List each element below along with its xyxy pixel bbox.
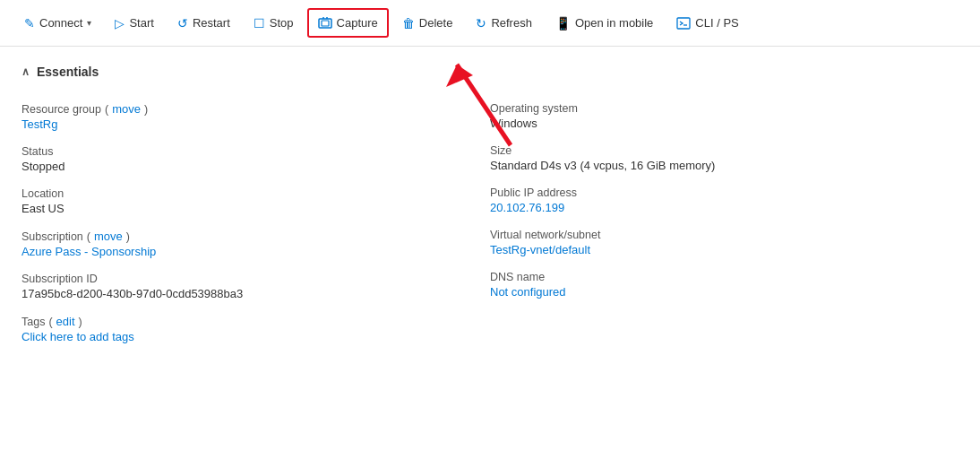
stop-label: Stop xyxy=(270,16,294,30)
essentials-section: ∧ Essentials Resource group (move) TestR… xyxy=(0,47,980,370)
restart-button[interactable]: ↺ Restart xyxy=(168,10,240,37)
size-value: Standard D4s v3 (4 vcpus, 16 GiB memory) xyxy=(490,159,959,172)
subscription-move-link[interactable]: move xyxy=(94,230,123,243)
dns-item: DNS name Not configured xyxy=(490,265,959,308)
capture-button[interactable]: Capture xyxy=(307,8,389,38)
mobile-icon: 📱 xyxy=(555,16,571,30)
subscription-label-row: Subscription (move) xyxy=(21,230,490,243)
connect-label: Connect xyxy=(39,16,82,30)
restart-label: Restart xyxy=(193,16,230,30)
delete-icon: 🗑 xyxy=(402,16,415,30)
open-in-mobile-label: Open in mobile xyxy=(575,16,653,30)
status-label: Status xyxy=(21,145,490,158)
section-title: Essentials xyxy=(37,65,99,79)
subscription-id-item: Subscription ID 17a95bc8-d200-430b-97d0-… xyxy=(21,267,490,309)
tags-edit-link[interactable]: edit xyxy=(56,315,75,328)
start-label: Start xyxy=(129,16,153,30)
subscription-value[interactable]: Azure Pass - Sponsorship xyxy=(21,245,156,258)
start-icon: ▷ xyxy=(115,16,125,30)
public-ip-value[interactable]: 20.102.76.199 xyxy=(490,201,564,214)
refresh-icon: ↻ xyxy=(476,16,486,30)
public-ip-item: Public IP address 20.102.76.199 xyxy=(490,181,959,223)
status-value: Stopped xyxy=(21,160,490,173)
section-collapse-icon[interactable]: ∧ xyxy=(21,65,30,78)
vnet-item: Virtual network/subnet TestRg-vnet/defau… xyxy=(490,223,959,265)
subscription-id-label: Subscription ID xyxy=(21,273,490,285)
os-item: Operating system Windows xyxy=(490,97,959,139)
size-label: Size xyxy=(490,144,959,157)
tags-add-link[interactable]: Click here to add tags xyxy=(21,330,134,343)
resource-group-label-row: Resource group (move) xyxy=(21,102,490,116)
resource-group-item: Resource group (move) TestRg xyxy=(21,97,490,140)
stop-button[interactable]: ☐ Stop xyxy=(244,10,304,37)
tags-item: Tags (edit) Click here to add tags xyxy=(21,309,490,352)
vnet-value[interactable]: TestRg-vnet/default xyxy=(490,243,590,256)
delete-button[interactable]: 🗑 Delete xyxy=(392,10,463,37)
start-button[interactable]: ▷ Start xyxy=(105,10,163,37)
essentials-grid: Resource group (move) TestRg Status Stop… xyxy=(21,97,959,352)
connect-chevron-icon: ▾ xyxy=(87,18,91,28)
open-in-mobile-button[interactable]: 📱 Open in mobile xyxy=(546,10,663,37)
subscription-label: Subscription xyxy=(21,230,83,243)
connect-button[interactable]: ✎ Connect ▾ xyxy=(14,10,101,37)
location-item: Location East US xyxy=(21,182,490,224)
section-header: ∧ Essentials xyxy=(21,65,959,79)
capture-label: Capture xyxy=(337,16,378,30)
size-item: Size Standard D4s v3 (4 vcpus, 16 GiB me… xyxy=(490,139,959,181)
status-item: Status Stopped xyxy=(21,140,490,182)
refresh-button[interactable]: ↻ Refresh xyxy=(466,10,542,37)
toolbar: ✎ Connect ▾ ▷ Start ↺ Restart ☐ Stop xyxy=(0,0,980,47)
subscription-item: Subscription (move) Azure Pass - Sponsor… xyxy=(21,224,490,267)
cli-ps-label: CLI / PS xyxy=(695,16,738,30)
capture-icon xyxy=(318,15,332,30)
connect-icon: ✎ xyxy=(24,16,35,30)
dns-value[interactable]: Not configured xyxy=(490,285,566,299)
stop-icon: ☐ xyxy=(254,16,265,30)
tags-label: Tags xyxy=(21,316,45,328)
location-value: East US xyxy=(21,202,490,215)
cli-icon xyxy=(676,15,691,30)
os-value: Windows xyxy=(490,117,959,130)
subscription-id-value: 17a95bc8-d200-430b-97d0-0cdd53988ba3 xyxy=(21,287,490,300)
restart-icon: ↺ xyxy=(177,16,188,30)
resource-group-move-link[interactable]: move xyxy=(112,102,141,116)
dns-label: DNS name xyxy=(490,271,959,283)
os-label: Operating system xyxy=(490,102,959,115)
cli-ps-button[interactable]: CLI / PS xyxy=(666,9,748,37)
tags-label-row: Tags (edit) xyxy=(21,315,490,328)
public-ip-label: Public IP address xyxy=(490,186,959,199)
resource-group-value[interactable]: TestRg xyxy=(21,117,57,131)
location-label: Location xyxy=(21,187,490,200)
vnet-label: Virtual network/subnet xyxy=(490,229,959,241)
refresh-label: Refresh xyxy=(491,16,532,30)
svg-rect-3 xyxy=(322,21,329,26)
resource-group-label: Resource group xyxy=(21,103,101,116)
delete-label: Delete xyxy=(419,16,453,30)
